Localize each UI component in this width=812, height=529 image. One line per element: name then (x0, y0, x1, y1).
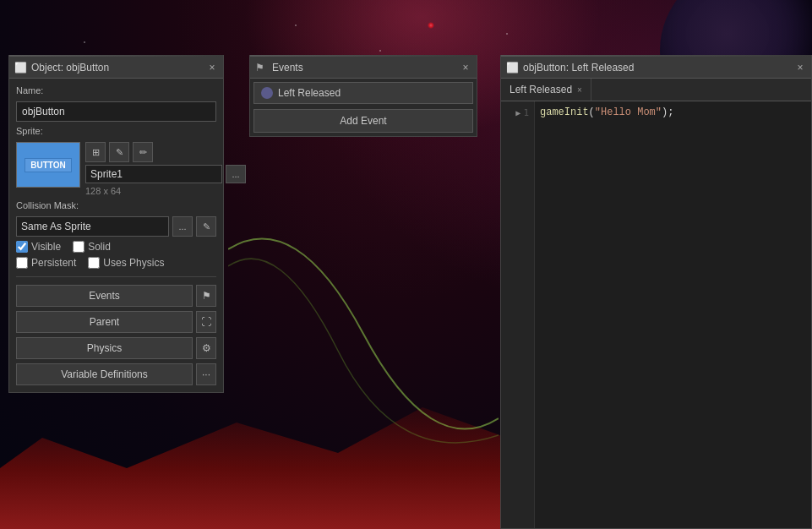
visible-checkbox-item: Visible (16, 241, 61, 253)
physics-gear-icon[interactable]: ⚙ (196, 337, 216, 359)
sprite-name-input[interactable] (85, 165, 222, 183)
sprite-pencil-icon-btn[interactable]: ✏ (133, 142, 153, 162)
visible-checkbox[interactable] (16, 241, 28, 253)
visible-label: Visible (31, 241, 61, 253)
sprite-icon-row: ⊞ ✎ ✏ (85, 142, 246, 162)
events-flag-title-icon: ⚑ (255, 62, 267, 74)
persistent-checkbox-item: Persistent (16, 257, 76, 269)
events-panel: ⚑ Events × Left Released Add Event (249, 55, 477, 137)
persistent-label: Persistent (31, 257, 76, 269)
events-content: Left Released Add Event (250, 79, 477, 136)
collision-label: Collision Mask: (16, 200, 216, 210)
code-panel-close[interactable]: × (794, 62, 806, 74)
uses-physics-label: Uses Physics (103, 257, 164, 269)
uses-physics-checkbox[interactable] (88, 257, 100, 269)
parent-btn-row: Parent ⛶ (16, 311, 216, 333)
collision-more-btn[interactable]: ... (172, 216, 193, 237)
code-paren-open: ( (589, 106, 595, 118)
events-btn-row: Events ⚑ (16, 285, 216, 307)
collision-row: ... ✎ (16, 216, 216, 237)
variable-def-btn-row: Variable Definitions ··· (16, 363, 216, 385)
persistent-checkbox[interactable] (16, 257, 28, 269)
code-fn: gameInit (540, 106, 589, 118)
code-area[interactable]: ▶ 1 gameInit("Hello Mom"); (501, 101, 811, 528)
object-panel: ⬜ Object: objButton × Name: Sprite: BUTT… (8, 55, 224, 393)
visible-solid-row: Visible Solid (16, 241, 216, 253)
object-panel-title: Object: objButton (31, 62, 201, 74)
object-panel-titlebar: ⬜ Object: objButton × (9, 57, 223, 79)
physics-button[interactable]: Physics (16, 337, 193, 359)
sprite-more-btn[interactable]: ... (226, 165, 246, 183)
collision-input[interactable] (16, 216, 169, 237)
events-panel-title: Events (272, 62, 455, 74)
event-item-label: Left Released (278, 87, 341, 99)
add-event-button[interactable]: Add Event (253, 109, 473, 133)
object-panel-close[interactable]: × (206, 62, 218, 74)
variable-definitions-button[interactable]: Variable Definitions (16, 363, 193, 385)
event-item-left-released[interactable]: Left Released (253, 82, 473, 104)
sprite-section: BUTTON ⊞ ✎ ✏ ... 128 x 64 (16, 142, 216, 196)
solid-checkbox[interactable] (73, 241, 84, 253)
persistent-physics-row: Persistent Uses Physics (16, 257, 216, 269)
code-string: "Hello Mom" (595, 106, 662, 118)
code-gutter: ▶ 1 (501, 101, 535, 528)
sprite-preview[interactable]: BUTTON (16, 142, 80, 188)
line-number-1: 1 (523, 107, 529, 118)
object-icon: ⬜ (14, 62, 26, 74)
sprite-name-row: ... (85, 165, 246, 183)
code-tabs: Left Released × (501, 79, 811, 101)
name-label: Name: (16, 85, 216, 95)
events-panel-close[interactable]: × (460, 62, 471, 74)
parent-button[interactable]: Parent (16, 311, 193, 333)
sprite-controls: ⊞ ✎ ✏ ... 128 x 64 (85, 142, 246, 196)
divider-1 (16, 276, 216, 277)
solid-label: Solid (88, 241, 111, 253)
gutter-line-1: ▶ 1 (501, 105, 534, 120)
uses-physics-checkbox-item: Uses Physics (88, 257, 164, 269)
code-paren-close: ); (662, 106, 673, 118)
gutter-arrow: ▶ (515, 108, 520, 117)
sprite-label: Sprite: (16, 126, 216, 136)
tab-left-released[interactable]: Left Released × (501, 79, 591, 101)
code-lines[interactable]: gameInit("Hello Mom"); (535, 101, 811, 528)
name-input[interactable] (16, 101, 216, 122)
events-flag-icon[interactable]: ⚑ (196, 285, 216, 307)
tab-close-btn[interactable]: × (577, 85, 582, 95)
sprite-edit-icon-btn[interactable]: ✎ (109, 142, 129, 162)
variable-def-more-icon[interactable]: ··· (196, 363, 216, 385)
object-panel-content: Name: Sprite: BUTTON ⊞ ✎ ✏ ... (9, 79, 223, 392)
tab-label: Left Released (510, 84, 572, 95)
physics-btn-row: Physics ⚙ (16, 337, 216, 359)
solid-checkbox-item: Solid (73, 241, 111, 253)
parent-icon[interactable]: ⛶ (196, 311, 216, 333)
code-line-1: gameInit("Hello Mom"); (540, 105, 806, 120)
sprite-sheet-icon-btn[interactable]: ⊞ (85, 142, 106, 162)
curves-decoration (228, 152, 499, 515)
code-panel-title: objButton: Left Released (523, 62, 789, 74)
code-panel-titlebar: ⬜ objButton: Left Released × (501, 57, 811, 79)
collision-edit-btn[interactable]: ✎ (196, 216, 216, 237)
event-item-icon (261, 87, 273, 99)
events-button[interactable]: Events (16, 285, 193, 307)
sprite-size-text: 128 x 64 (85, 186, 246, 196)
sprite-button-text: BUTTON (25, 158, 71, 172)
sprite-preview-row: BUTTON ⊞ ✎ ✏ ... 128 x 64 (16, 142, 216, 196)
code-icon: ⬜ (506, 62, 518, 74)
events-panel-titlebar: ⚑ Events × (250, 57, 477, 79)
code-panel: ⬜ objButton: Left Released × Left Releas… (500, 55, 812, 529)
